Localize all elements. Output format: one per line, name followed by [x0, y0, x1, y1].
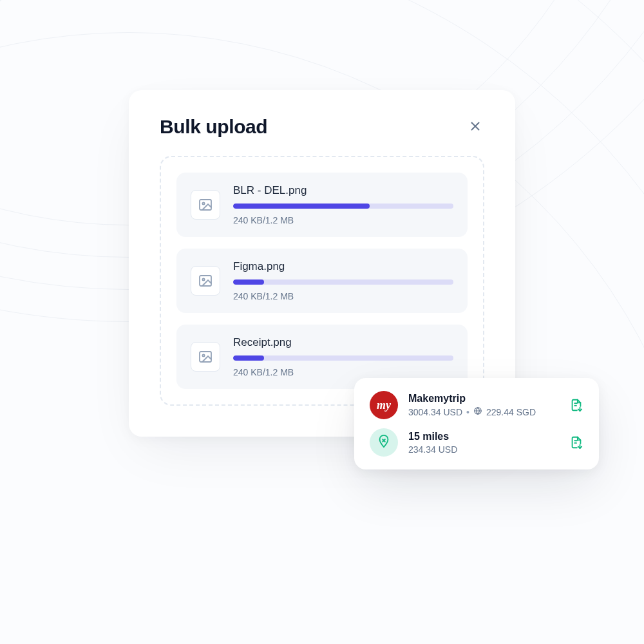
upload-file-row: BLR - DEL.png 240 KB/1.2 MB [176, 173, 468, 237]
receipt-download-icon[interactable] [569, 435, 583, 450]
expense-subtitle: 3004.34 USD • 229.44 SGD [408, 406, 559, 417]
file-size: 240 KB/1.2 MB [233, 215, 453, 225]
route-icon [377, 434, 391, 451]
separator-dot: • [466, 407, 469, 417]
globe-icon [473, 406, 482, 417]
expense-row[interactable]: 15 miles 234.34 USD [370, 428, 583, 457]
image-file-icon [191, 190, 220, 220]
expense-primary-amount: 234.34 USD [408, 444, 457, 455]
file-size: 240 KB/1.2 MB [233, 291, 453, 301]
progress-bar [233, 279, 453, 285]
expense-subtitle: 234.34 USD [408, 444, 559, 455]
svg-rect-6 [200, 352, 211, 362]
image-file-icon [191, 342, 220, 372]
close-icon [468, 119, 482, 135]
expense-title: 15 miles [408, 431, 559, 442]
file-size: 240 KB/1.2 MB [233, 367, 453, 377]
svg-point-5 [202, 278, 204, 280]
file-name: Figma.png [233, 260, 453, 273]
modal-header: Bulk upload [160, 116, 484, 138]
expense-title: Makemytrip [408, 393, 559, 404]
expense-card: my Makemytrip 3004.34 USD • 229.44 SGD 1… [354, 378, 599, 469]
progress-fill [233, 204, 370, 209]
progress-fill [233, 355, 264, 361]
expense-primary-amount: 3004.34 USD [408, 407, 462, 417]
progress-fill [233, 279, 264, 285]
expense-row[interactable]: my Makemytrip 3004.34 USD • 229.44 SGD [370, 391, 583, 419]
receipt-download-icon[interactable] [569, 398, 583, 412]
svg-rect-4 [200, 276, 211, 286]
expense-secondary-amount: 229.44 SGD [486, 407, 536, 417]
modal-title: Bulk upload [160, 116, 267, 138]
merchant-avatar-text: my [377, 399, 391, 412]
upload-dropzone[interactable]: BLR - DEL.png 240 KB/1.2 MB Figma.png 24… [160, 156, 484, 406]
progress-bar [233, 355, 453, 361]
progress-bar [233, 204, 453, 209]
file-name: Receipt.png [233, 336, 453, 349]
file-name: BLR - DEL.png [233, 184, 453, 197]
close-button[interactable] [466, 118, 484, 136]
image-file-icon [191, 266, 220, 296]
svg-point-3 [202, 202, 204, 204]
svg-rect-2 [200, 200, 211, 210]
svg-point-7 [202, 354, 204, 356]
upload-file-row: Figma.png 240 KB/1.2 MB [176, 249, 468, 313]
merchant-avatar: my [370, 391, 398, 419]
merchant-avatar [370, 428, 398, 457]
